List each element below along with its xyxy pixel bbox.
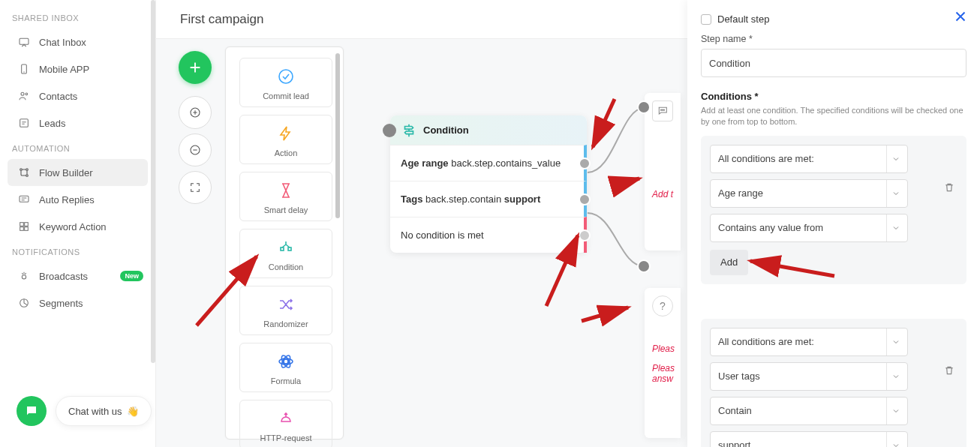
palette-label: Formula — [243, 376, 329, 386]
signpost-icon — [401, 122, 417, 139]
question-icon: ? — [652, 296, 673, 316]
palette-scrollbar-thumb[interactable] — [335, 53, 340, 218]
condition-operator-select-1[interactable]: Contains any value from — [710, 214, 908, 242]
condition-mode-select-2[interactable]: All conditions are met: — [710, 328, 908, 356]
condition-operator-select-2[interactable]: Contain — [710, 397, 908, 425]
chevron-down-icon — [886, 432, 904, 447]
auto-replies-icon — [18, 194, 30, 206]
palette-label: Condition — [243, 262, 329, 272]
add-condition-button-1[interactable]: Add — [710, 250, 748, 275]
condition-icon — [243, 237, 329, 258]
chat-with-us-pill[interactable]: Chat with us 👋 — [56, 396, 152, 426]
formula-icon — [243, 351, 329, 372]
node-output-handle-else[interactable] — [579, 230, 591, 242]
select-value: User tags — [718, 370, 760, 382]
default-step-checkbox-row[interactable]: Default step — [701, 14, 966, 25]
palette-label: Action — [243, 148, 329, 158]
default-step-checkbox[interactable] — [701, 14, 711, 25]
select-value: All conditions are met: — [718, 336, 814, 347]
step-palette: Commit lead Action Smart delay Condition… — [225, 46, 344, 440]
broadcast-icon — [18, 270, 30, 282]
node-output-handle-2[interactable] — [579, 194, 591, 206]
svg-point-13 — [22, 275, 26, 279]
flow-icon — [18, 166, 30, 178]
leads-icon — [18, 117, 30, 129]
chat-node-input-handle-1[interactable] — [637, 100, 651, 114]
palette-action[interactable]: Action — [239, 115, 332, 164]
badge-new: New — [120, 271, 143, 281]
chevron-down-icon — [886, 328, 904, 356]
sidebar-nav: SHARED INBOX Chat Inbox Mobile APP Conta… — [0, 0, 156, 447]
action-icon — [243, 123, 329, 144]
chat-fab[interactable] — [17, 396, 47, 426]
select-value: All conditions are met: — [718, 153, 814, 164]
svg-rect-4 — [20, 119, 29, 128]
palette-http-request[interactable]: HTTP-request — [239, 400, 332, 447]
sidebar-item-flow-builder[interactable]: Flow Builder — [8, 159, 148, 186]
commit-lead-icon — [243, 66, 329, 87]
delete-condition-row-button-1[interactable] — [938, 176, 960, 199]
condition-row-label: Tags — [401, 194, 422, 205]
palette-scrollbar-track[interactable] — [335, 53, 340, 433]
sidebar-item-chat-inbox[interactable]: Chat Inbox — [0, 28, 155, 56]
condition-node-title: Condition — [423, 124, 469, 136]
svg-rect-12 — [25, 227, 29, 231]
wave-icon: 👋 — [127, 406, 139, 417]
condition-row-1[interactable]: Age range back.step.contains_value — [390, 145, 587, 181]
sidebar-item-auto-replies[interactable]: Auto Replies — [0, 186, 155, 213]
side-panel-condition: Default step Step name * Conditions * Ad… — [687, 0, 980, 447]
conditions-hint: Add at least one condition. The specifie… — [701, 105, 966, 128]
zoom-in-button[interactable] — [179, 96, 212, 129]
svg-point-17 — [279, 70, 293, 83]
svg-rect-9 — [20, 223, 24, 226]
sidebar-item-leads[interactable]: Leads — [0, 110, 155, 136]
zoom-out-button[interactable] — [179, 134, 212, 166]
condition-row-else[interactable]: No condition is met — [390, 217, 587, 253]
randomizer-icon — [243, 294, 329, 315]
condition-row-label: Age range — [401, 158, 449, 169]
condition-node[interactable]: Condition Age range back.step.contains_v… — [390, 116, 587, 253]
delete-condition-row-button-2[interactable] — [938, 359, 960, 382]
condition-row-expr-value: support — [504, 194, 540, 205]
svg-rect-11 — [20, 227, 24, 231]
sidebar-label: Chat Inbox — [39, 37, 86, 48]
node-input-handle[interactable] — [383, 124, 396, 137]
chat-bubble-icon — [652, 100, 673, 122]
fit-screen-button[interactable] — [179, 171, 212, 204]
condition-mode-select-1[interactable]: All conditions are met: — [710, 145, 908, 173]
sidebar-item-contacts[interactable]: Contacts — [0, 82, 155, 110]
chat-bot-node-preview-1[interactable]: Add t — [645, 93, 681, 250]
sidebar-label: Auto Replies — [39, 194, 95, 206]
chat-bot-node-preview-2[interactable]: ? Pleas Pleasansw — [645, 288, 681, 438]
palette-randomizer[interactable]: Randomizer — [239, 286, 332, 335]
palette-condition[interactable]: Condition — [239, 229, 332, 278]
palette-commit-lead[interactable]: Commit lead — [239, 58, 332, 107]
close-panel-button[interactable] — [948, 4, 972, 28]
segments-icon — [18, 297, 30, 309]
sidebar-item-broadcasts[interactable]: Broadcasts New — [0, 262, 155, 290]
sidebar-item-keyword-action[interactable]: Keyword Action — [0, 213, 155, 240]
section-automation: AUTOMATION — [0, 136, 155, 159]
sidebar-item-mobile-app[interactable]: Mobile APP — [0, 56, 155, 82]
condition-row-2[interactable]: Tags back.step.contain support — [390, 181, 587, 217]
sidebar-scrollbar[interactable] — [151, 0, 155, 363]
condition-node-header[interactable]: Condition — [390, 116, 587, 145]
svg-point-26 — [663, 110, 664, 110]
chat-node-input-handle-2[interactable] — [637, 260, 651, 273]
node-output-handle-1[interactable] — [579, 158, 591, 170]
step-name-label: Step name * — [701, 34, 966, 44]
conditions-section-label: Conditions * — [701, 91, 966, 102]
sidebar-label: Broadcasts — [39, 271, 88, 282]
condition-field-select-2[interactable]: User tags — [710, 362, 908, 391]
palette-smart-delay[interactable]: Smart delay — [239, 172, 332, 221]
condition-block-2-controls — [938, 356, 960, 386]
sidebar-label: Leads — [39, 118, 65, 129]
svg-rect-0 — [20, 38, 29, 44]
condition-value-select-2[interactable]: support — [710, 431, 908, 447]
step-name-input[interactable] — [701, 49, 966, 77]
svg-point-20 — [284, 359, 288, 364]
palette-formula[interactable]: Formula — [239, 343, 332, 392]
add-step-button[interactable] — [179, 51, 212, 84]
condition-field-select-1[interactable]: Age range — [710, 179, 908, 208]
sidebar-item-segments[interactable]: Segments — [0, 290, 155, 316]
